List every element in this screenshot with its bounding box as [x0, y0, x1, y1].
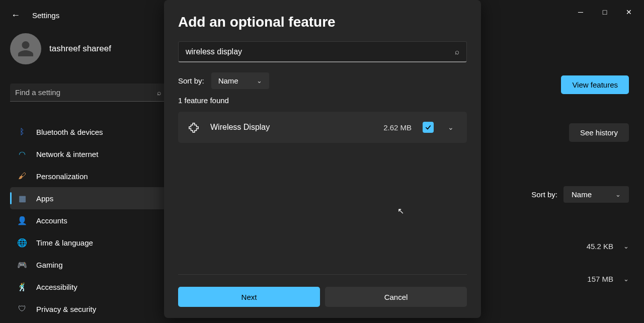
sidebar-item-label: Accounts	[36, 216, 67, 225]
sidebar-item-personalization[interactable]: 🖌 Personalization	[10, 165, 166, 187]
sidebar-item-bluetooth[interactable]: ᛒ Bluetooth & devices	[10, 121, 166, 143]
username: tashreef shareef	[49, 44, 111, 54]
chevron-down-icon: ⌄	[615, 191, 621, 198]
search-icon: ⌕	[157, 89, 161, 97]
add-optional-feature-dialog: Add an optional feature ⌕ Sort by: Name …	[164, 0, 481, 318]
chevron-down-icon: ⌄	[623, 243, 629, 250]
sidebar-item-accounts[interactable]: 👤 Accounts	[10, 209, 166, 231]
wifi-icon: ◠	[17, 149, 27, 159]
sidebar-item-network[interactable]: ◠ Network & internet	[10, 143, 166, 165]
dialog-sort-group: Sort by: Name ⌄	[178, 72, 467, 89]
find-setting-input[interactable]	[15, 88, 157, 97]
feature-name: Wireless Display	[210, 123, 372, 132]
expand-feature-button[interactable]: ⌄	[445, 123, 457, 131]
sidebar-item-label: Privacy & security	[36, 305, 96, 313]
sidebar-item-label: Accessibility	[36, 283, 77, 291]
shield-icon: 🛡	[17, 304, 27, 314]
sidebar-item-accessibility[interactable]: 🕺 Accessibility	[10, 276, 166, 298]
gamepad-icon: 🎮	[17, 260, 27, 270]
sort-by-label: Sort by:	[531, 190, 557, 199]
maximize-button[interactable]: □	[599, 6, 611, 18]
sort-value: Name	[218, 76, 238, 85]
feature-size: 45.2 KB	[587, 242, 613, 251]
page-title: Settings	[32, 11, 59, 20]
background-sort-select[interactable]: Name ⌄	[564, 186, 629, 203]
feature-row-bg-1[interactable]: 45.2 KB ⌄	[508, 242, 629, 251]
checkmark-icon	[425, 124, 432, 131]
dialog-title: Add an optional feature	[178, 14, 467, 30]
feature-size: 2.62 MB	[383, 123, 412, 132]
sidebar-item-apps[interactable]: ▦ Apps	[10, 187, 166, 209]
sidebar-item-label: Gaming	[36, 261, 63, 269]
find-setting-container[interactable]: ⌕	[10, 84, 166, 102]
globe-icon: 🌐	[17, 237, 27, 248]
feature-checkbox[interactable]	[423, 122, 434, 133]
view-features-button[interactable]: View features	[561, 75, 629, 94]
avatar[interactable]	[10, 33, 41, 64]
accessibility-icon: 🕺	[17, 282, 27, 292]
feature-row-wireless-display[interactable]: Wireless Display 2.62 MB ⌄	[178, 112, 467, 143]
chevron-down-icon: ⌄	[448, 123, 454, 131]
feature-size: 157 MB	[587, 275, 613, 283]
next-button[interactable]: Next	[178, 287, 320, 307]
extension-icon	[188, 122, 199, 133]
back-button[interactable]: ←	[11, 10, 20, 21]
chevron-down-icon: ⌄	[623, 275, 629, 283]
sidebar-item-label: Time & language	[36, 238, 93, 247]
feature-search-input[interactable]	[186, 47, 455, 56]
sidebar-item-time-language[interactable]: 🌐 Time & language	[10, 231, 166, 254]
close-button[interactable]: ✕	[623, 6, 635, 18]
feature-row-bg-2[interactable]: 157 MB ⌄	[508, 275, 629, 283]
minimize-button[interactable]: ─	[575, 6, 587, 18]
search-icon: ⌕	[455, 47, 459, 56]
sidebar-nav: ᛒ Bluetooth & devices ◠ Network & intern…	[10, 121, 166, 320]
results-count-label: 1 feature found	[178, 96, 467, 105]
dialog-sort-select[interactable]: Name ⌄	[211, 72, 269, 89]
sort-value: Name	[572, 190, 592, 199]
person-icon	[17, 40, 35, 58]
background-sort-group: Sort by: Name ⌄	[531, 186, 629, 203]
sidebar-item-label: Network & internet	[36, 150, 98, 158]
cancel-button[interactable]: Cancel	[325, 287, 467, 307]
sidebar-item-label: Personalization	[36, 172, 88, 181]
feature-search-container[interactable]: ⌕	[178, 41, 467, 62]
sidebar-item-label: Bluetooth & devices	[36, 128, 103, 136]
apps-icon: ▦	[17, 193, 27, 203]
sort-by-label: Sort by:	[178, 76, 204, 85]
see-history-button[interactable]: See history	[569, 123, 629, 142]
sidebar-item-label: Apps	[36, 194, 53, 203]
chevron-down-icon: ⌄	[257, 77, 262, 85]
sidebar-item-gaming[interactable]: 🎮 Gaming	[10, 254, 166, 276]
sidebar-item-privacy[interactable]: 🛡 Privacy & security	[10, 298, 166, 320]
bluetooth-icon: ᛒ	[17, 127, 27, 137]
person-icon: 👤	[17, 215, 27, 225]
brush-icon: 🖌	[17, 171, 27, 181]
